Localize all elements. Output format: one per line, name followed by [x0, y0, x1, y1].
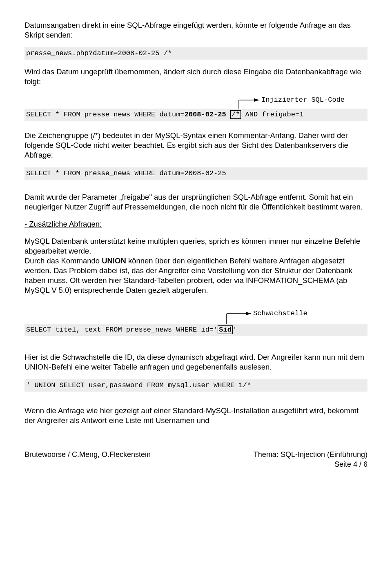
code-text: AND freigabe=1: [241, 111, 303, 118]
code-text: ': [233, 326, 237, 334]
footer-page-number: Seite 4 / 6: [254, 460, 368, 469]
annotation-label: Schwachstelle: [253, 309, 307, 318]
paragraph: Datumsangaben direkt in eine SQL-Abfrage…: [24, 20, 368, 40]
code-block: presse_news.php?datum=2008-02-25 /*: [24, 47, 368, 60]
paragraph: Damit wurde der Parameter „freigabe" aus…: [24, 192, 368, 212]
paragraph: Wenn die Anfrage wie hier gezeigt auf ei…: [24, 406, 368, 425]
paragraph: MySQL Datenbank unterstützt keine multip…: [24, 236, 368, 256]
annotated-code-diagram: Injizierter SQL-Code SELECT * FROM press…: [24, 94, 368, 118]
text: Durch das Kommando: [24, 256, 102, 265]
annotated-code-diagram: Schwachstelle SELECT titel, text FROM pr…: [24, 307, 368, 334]
annotation-label: Injizierter SQL-Code: [261, 96, 345, 105]
code-variable-id: $id: [218, 325, 233, 334]
paragraph: Wird das Datum ungeprüft übernommen, änd…: [24, 67, 368, 87]
code-text: SELECT * FROM presse_news WHERE datum=: [26, 111, 185, 118]
paragraph: Hier ist die Schwachstelle die ID, da di…: [24, 352, 368, 372]
footer-authors: Brutewoorse / C.Meng, O.Fleckenstein: [24, 450, 151, 469]
code-comment-marker: /*: [230, 110, 241, 119]
code-text: SELECT titel, text FROM presse_news WHER…: [26, 326, 218, 334]
code-block: SELECT * FROM presse_news WHERE datum=20…: [24, 167, 368, 180]
footer-topic: Thema: SQL-Injection (Einführung): [254, 450, 368, 459]
keyword-union: UNION: [102, 256, 126, 265]
paragraph: Die Zeichengruppe (/*) bedeutet in der M…: [24, 131, 368, 160]
code-block: SELECT * FROM presse_news WHERE datum=20…: [24, 109, 368, 121]
code-block: SELECT titel, text FROM presse_news WHER…: [24, 324, 368, 336]
paragraph: Durch das Kommando UNION können über den…: [24, 256, 368, 295]
footer-meta: Thema: SQL-Injection (Einführung) Seite …: [254, 450, 368, 469]
page-footer: Brutewoorse / C.Meng, O.Fleckenstein The…: [24, 450, 368, 469]
code-injected-date: 2008-02-25: [185, 111, 226, 118]
code-block: ' UNION SELECT user,password FROM mysql.…: [24, 379, 368, 392]
section-heading: - Zusätzliche Abfragen:: [24, 219, 368, 229]
